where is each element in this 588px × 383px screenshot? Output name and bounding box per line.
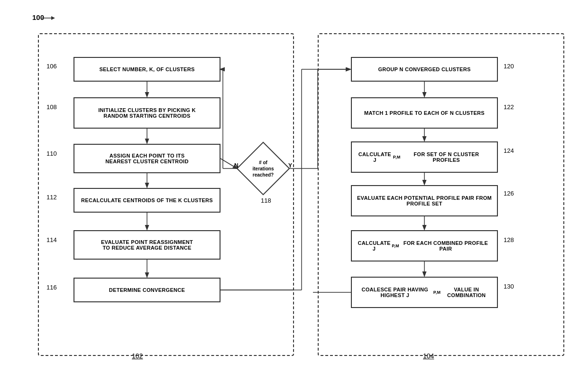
box-104-label: 104 — [423, 352, 434, 360]
step-label-116: 116 — [46, 284, 57, 291]
step-label-126: 126 — [504, 190, 514, 197]
step-label-114: 114 — [46, 236, 57, 243]
diamond-text: # ofiterationsreached? — [244, 159, 282, 178]
diagram-container: 100 102 104 106 SELECT NUMBER, K, OF CLU… — [0, 0, 588, 383]
step-label-106: 106 — [46, 63, 57, 70]
diamond-y-label: Y — [288, 162, 292, 169]
flow-box-120: GROUP N CONVERGED CLUSTERS — [351, 57, 498, 82]
step-label-128: 128 — [504, 236, 514, 243]
flow-box-116: DETERMINE CONVERGENCE — [74, 278, 220, 302]
step-label-112: 112 — [46, 194, 57, 201]
diamond-wrap: # ofiterationsreached? — [237, 142, 289, 195]
step-label-110: 110 — [46, 150, 57, 157]
step-label-122: 122 — [504, 103, 514, 111]
flow-box-106: SELECT NUMBER, K, OF CLUSTERS — [74, 57, 220, 82]
diamond-n-label: N — [234, 162, 239, 169]
flow-box-114: EVALUATE POINT REASSIGNMENTTO REDUCE AVE… — [74, 230, 220, 260]
step-label-108: 108 — [46, 103, 57, 111]
flow-box-130: COALESCE PAIR HAVING HIGHEST JP,M VALUE … — [351, 277, 498, 308]
svg-marker-1 — [51, 16, 55, 20]
flow-box-128: CALCULATE JP,M FOR EACH COMBINED PROFILE… — [351, 230, 498, 262]
step-label-130: 130 — [504, 283, 514, 290]
diamond-118-label: 118 — [261, 197, 271, 204]
flow-box-126: EVALUATE EACH POTENTIAL PROFILE PAIR FRO… — [351, 185, 498, 216]
box-102-label: 102 — [132, 352, 143, 360]
flow-box-110: ASSIGN EACH POINT TO ITSNEAREST CLUSTER … — [74, 144, 220, 173]
flow-box-108: INITIALIZE CLUSTERS BY PICKING KRANDOM S… — [74, 97, 220, 129]
title-arrow — [42, 13, 56, 23]
diamond-shape-outer: # ofiterationsreached? — [237, 142, 289, 195]
flow-box-122: MATCH 1 PROFILE TO EACH OF N CLUSTERS — [351, 97, 498, 129]
step-label-124: 124 — [504, 147, 514, 154]
step-label-120: 120 — [504, 63, 514, 70]
flow-box-112: RECALCULATE CENTROIDS OF THE K CLUSTERS — [74, 188, 220, 213]
flow-box-124: CALCULATE JP,M FOR SET OF N CLUSTER PROF… — [351, 141, 498, 173]
